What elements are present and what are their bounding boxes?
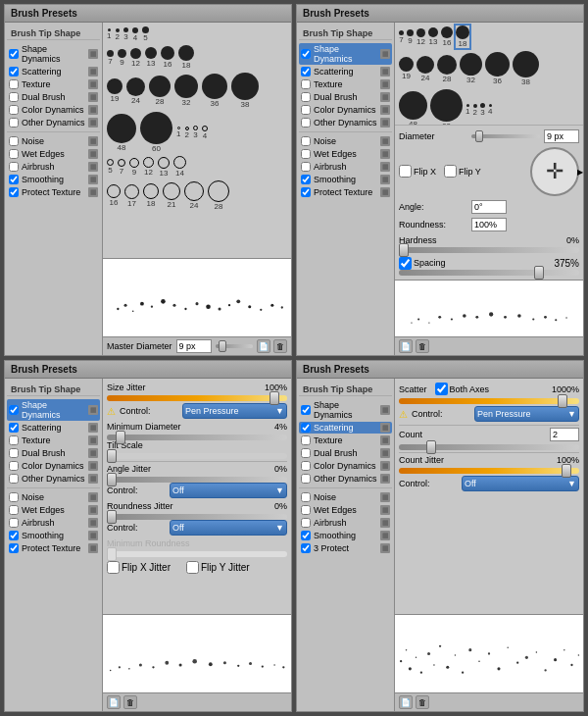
texture-check-br[interactable] bbox=[301, 435, 311, 445]
delete-brush-icon-tr[interactable]: 🗑 bbox=[416, 339, 429, 353]
brush-cell[interactable]: 9 bbox=[118, 49, 126, 67]
count-jitter-thumb[interactable] bbox=[562, 464, 571, 478]
size-jitter-thumb[interactable] bbox=[270, 391, 279, 405]
noise-check[interactable] bbox=[9, 136, 19, 146]
tilt-scale-thumb[interactable] bbox=[107, 449, 117, 463]
brush-cell[interactable]: 14 bbox=[173, 156, 186, 178]
brush-item-dual-brush[interactable]: Dual Brush ▦ bbox=[7, 91, 100, 103]
brush-item-protect-texture-tr[interactable]: Protect Texture ▦ bbox=[299, 186, 392, 198]
compass-widget[interactable]: ✛ ▶ bbox=[530, 147, 579, 196]
color-dynamics-check-br[interactable] bbox=[301, 461, 311, 471]
airbrush-check-br[interactable] bbox=[301, 518, 311, 528]
brush-item-smoothing-br[interactable]: Smoothing ▦ bbox=[299, 530, 392, 541]
brush-item-shape-dynamics-tr[interactable]: Shape Dynamics ▦ bbox=[299, 43, 392, 65]
brush-cell[interactable]: 3 bbox=[123, 27, 128, 41]
brush-cell[interactable]: 60 bbox=[140, 112, 172, 153]
brush-cell[interactable]: 2 bbox=[184, 127, 188, 139]
brush-item-other-dynamics-tr[interactable]: Other Dynamics ▦ bbox=[299, 117, 392, 128]
new-brush-icon-tr[interactable]: 📄 bbox=[399, 339, 413, 353]
scattering-check-tr[interactable] bbox=[301, 67, 311, 77]
brush-item-color-dynamics-tr[interactable]: Color Dynamics ▦ bbox=[299, 104, 392, 116]
brush-cell-tr-selected[interactable]: 18 bbox=[456, 26, 469, 48]
brush-item-airbrush-bl[interactable]: Airbrush ▦ bbox=[7, 517, 100, 529]
other-dynamics-check-bl[interactable] bbox=[9, 474, 19, 484]
texture-check-bl[interactable] bbox=[9, 435, 19, 445]
brush-cell[interactable]: 4 bbox=[202, 126, 208, 140]
off-select-br[interactable]: Off ▼ bbox=[462, 476, 579, 491]
brush-cell[interactable]: 5 bbox=[107, 159, 114, 175]
off-select2[interactable]: Off ▼ bbox=[170, 520, 287, 536]
brush-cell[interactable]: 13 bbox=[145, 47, 157, 68]
dual-brush-check-bl[interactable] bbox=[9, 448, 19, 458]
smoothing-check-tr[interactable] bbox=[301, 175, 311, 184]
brush-item-dual-brush-br[interactable]: Dual Brush ▦ bbox=[299, 447, 392, 459]
brush-item-other-dynamics-br[interactable]: Other Dynamics ▦ bbox=[299, 473, 392, 485]
delete-brush-icon-bl[interactable]: 🗑 bbox=[123, 695, 137, 709]
brush-cell[interactable]: 2 bbox=[115, 28, 119, 41]
brush-cell[interactable]: 13 bbox=[158, 157, 170, 178]
brush-cell[interactable]: 19 bbox=[107, 78, 122, 103]
brush-item-airbrush-br[interactable]: Airbrush ▦ bbox=[299, 517, 392, 529]
airbrush-check[interactable] bbox=[9, 162, 19, 172]
min-diameter-thumb[interactable] bbox=[116, 431, 125, 444]
dual-brush-check-br[interactable] bbox=[301, 448, 311, 458]
smoothing-check-br[interactable] bbox=[301, 531, 311, 540]
color-dynamics-check-bl[interactable] bbox=[9, 461, 19, 471]
delete-brush-icon[interactable]: 🗑 bbox=[273, 339, 287, 353]
angle-input[interactable] bbox=[471, 200, 507, 214]
new-brush-icon-br[interactable]: 📄 bbox=[399, 695, 413, 709]
other-dynamics-check[interactable] bbox=[9, 118, 19, 128]
noise-check-tr[interactable] bbox=[301, 136, 311, 146]
brush-item-texture[interactable]: Texture ▦ bbox=[7, 78, 100, 90]
roundness-input[interactable] bbox=[471, 218, 507, 231]
brush-item-other-dynamics[interactable]: Other Dynamics ▦ bbox=[7, 117, 100, 128]
shape-dynamics-check-tr[interactable] bbox=[301, 49, 311, 59]
noise-check-br[interactable] bbox=[301, 492, 311, 502]
protect-texture-check-bl[interactable] bbox=[9, 543, 19, 553]
brush-cell[interactable]: 1 bbox=[176, 127, 180, 138]
pen-pressure-select-br[interactable]: Pen Pressure ▼ bbox=[474, 406, 579, 422]
brush-cell[interactable]: 18 bbox=[143, 183, 159, 208]
brush-item-noise-tr[interactable]: Noise ▦ bbox=[299, 135, 392, 147]
brush-cell-tr3[interactable]: 3 bbox=[480, 103, 485, 117]
brush-item-noise-br[interactable]: Noise ▦ bbox=[299, 491, 392, 503]
brush-cell[interactable]: 4 bbox=[132, 27, 138, 42]
brush-item-wet-edges[interactable]: Wet Edges ▦ bbox=[7, 148, 100, 160]
brush-cell[interactable]: 12 bbox=[130, 48, 141, 68]
pen-pressure-select[interactable]: Pen Pressure ▼ bbox=[182, 403, 287, 419]
brush-item-protect-texture-br[interactable]: 3 Protect ▦ bbox=[299, 542, 392, 554]
smoothing-check-bl[interactable] bbox=[9, 531, 19, 540]
brush-cell-tr2[interactable]: 38 bbox=[513, 51, 539, 86]
brush-cell[interactable]: 24 bbox=[184, 181, 204, 210]
brush-cell[interactable]: 36 bbox=[202, 74, 227, 108]
protect-texture-check-tr[interactable] bbox=[301, 187, 311, 197]
brush-cell[interactable]: 28 bbox=[208, 180, 229, 211]
master-diameter-input[interactable] bbox=[176, 339, 212, 353]
brush-item-dual-brush-bl[interactable]: Dual Brush ▦ bbox=[7, 447, 100, 459]
brush-item-scattering-bl[interactable]: Scattering ▦ bbox=[7, 422, 100, 434]
brush-cell-tr2[interactable]: 28 bbox=[437, 55, 457, 83]
brush-cell[interactable]: 7 bbox=[118, 159, 125, 176]
texture-check-tr[interactable] bbox=[301, 79, 311, 89]
brush-cell[interactable]: 9 bbox=[129, 158, 139, 177]
brush-item-protect-texture-bl[interactable]: Protect Texture ▦ bbox=[7, 542, 100, 554]
min-roundness-thumb[interactable] bbox=[107, 547, 117, 561]
brush-cell[interactable]: 3 bbox=[193, 126, 198, 139]
brush-cell-tr2[interactable]: 32 bbox=[460, 53, 482, 84]
wet-edges-check-bl[interactable] bbox=[9, 505, 19, 515]
diameter-slider-thumb-tr[interactable] bbox=[475, 130, 483, 142]
diameter-slider-thumb[interactable] bbox=[219, 340, 226, 352]
brush-cell[interactable]: 5 bbox=[142, 26, 149, 42]
shape-dynamics-check[interactable] bbox=[9, 49, 19, 59]
brush-item-wet-edges-bl[interactable]: Wet Edges ▦ bbox=[7, 504, 100, 516]
wet-edges-check-tr[interactable] bbox=[301, 149, 311, 159]
count-thumb[interactable] bbox=[426, 440, 436, 454]
brush-cell-tr[interactable]: 7 bbox=[399, 30, 404, 44]
brush-cell-tr3[interactable]: 2 bbox=[472, 104, 476, 117]
wet-edges-check-br[interactable] bbox=[301, 505, 311, 515]
hardness-thumb[interactable] bbox=[399, 243, 409, 257]
brush-item-color-dynamics-bl[interactable]: Color Dynamics ▦ bbox=[7, 460, 100, 472]
brush-item-smoothing-tr[interactable]: Smoothing ▦ bbox=[299, 174, 392, 185]
brush-item-scattering-tr[interactable]: Scattering ▦ bbox=[299, 66, 392, 77]
brush-cell[interactable]: 21 bbox=[163, 182, 180, 209]
